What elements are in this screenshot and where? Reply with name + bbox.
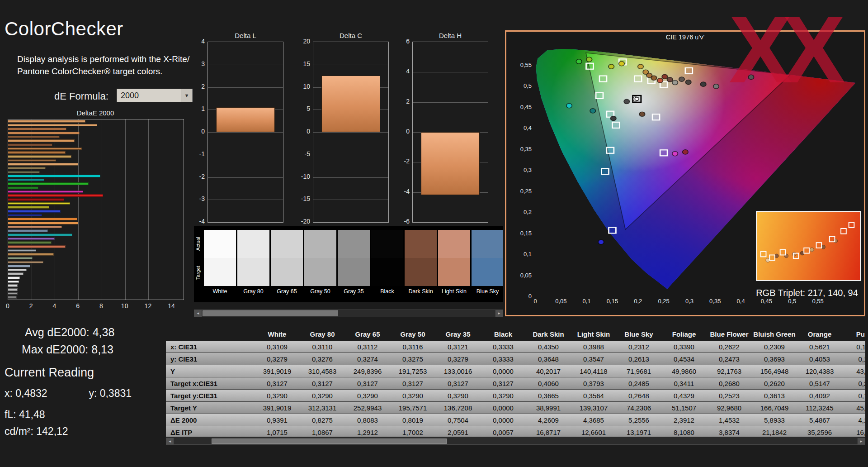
swatch-actual-color [237,230,269,258]
deltae-bar [8,148,82,150]
column-header: Orange [797,327,842,341]
cie-x-axis: 00,050,10,150,20,250,30,350,40,450,50,55 [535,298,859,306]
table-cell: 1,0715 [255,426,300,437]
table-cell: 38,9991 [526,402,571,414]
table-cell: 139,3107 [571,402,616,414]
table-cell: 0,3110 [300,341,345,353]
table-cell: 0,3613 [752,390,797,401]
deltae-bar [8,167,46,170]
cie-y-label: 0,55 [520,61,532,68]
cie-y-axis: 00,050,10,150,20,250,30,350,40,450,50,55 [513,43,533,296]
table-cell: 35,2596 [797,426,842,437]
inset-measured-marker [810,248,814,252]
delta-y-label: 0 [189,128,205,135]
table-cell: 312,3131 [300,402,345,414]
swatch-scrollbar[interactable]: ◄ ► [194,310,503,317]
delta-gridline [313,132,388,133]
delta-y-label: 15 [295,60,310,67]
delta-l-title: Delta L [208,32,283,42]
table-cell: 112,3245 [797,402,842,414]
swatch-target-color [271,258,303,286]
swatch-label: Light Skin [438,286,470,298]
deltae-bar [8,249,36,252]
scroll-left-icon[interactable]: ◄ [194,310,202,317]
cie-measured-marker [576,59,582,64]
table-cell: 3,8374 [707,426,752,437]
table-cell: 0,9391 [255,414,300,426]
deltae-x-label: 12 [145,302,152,310]
delta-bar [216,107,275,132]
deltae-bar [8,261,43,264]
current-xy: x: 0,4832 y: 0,3831 [5,387,132,400]
cie-measured-marker [667,77,673,82]
cie-y-label: 0,15 [520,229,532,236]
delta-gridline [313,177,388,178]
table-cell: 0,0057 [481,426,526,437]
delta-y-label: 5 [295,105,310,112]
description-line1: Display analysis is performed with the X… [17,54,189,64]
column-header: Bluish Green [752,327,797,341]
delta-c-plot [313,42,389,223]
table-cell: 0,5147 [797,377,842,389]
cie-measured-marker [672,80,678,85]
swatch-actual-color [338,230,370,258]
delta-bar [421,132,480,195]
delta-gridline [208,155,283,155]
row-label: x: CIE31 [166,341,255,353]
scroll-right-icon[interactable]: ► [495,310,503,317]
deltae-x-label: 6 [76,302,80,310]
target-row-label: Target [195,259,203,287]
table-cell: 16,8717 [526,426,571,437]
actual-row-label: Actual [195,230,203,258]
swatch-target-color [304,258,336,286]
cie-measured-marker [683,150,689,154]
table-cell: 0,3127 [481,377,526,389]
swatch-target-color [405,258,437,286]
table-cell: 71,9681 [616,365,661,377]
table-cell: 4,3685 [571,414,616,426]
delta-y-label: 20 [295,38,310,45]
table-cell: 0,3127 [435,377,481,389]
cie-y-label: 0,2 [524,209,532,215]
table-row: x: CIE310,31090,31100,31120,31160,31210,… [166,341,865,353]
table-scrollbar[interactable]: ◄ ► [166,438,865,445]
deltae-gridline [78,119,79,300]
table-cell: 0,3127 [390,377,435,389]
column-header: Foliage [661,327,707,341]
deltae-bar [8,272,24,275]
table-cell: 5,8933 [752,414,797,426]
cie-x-label: 0,4 [737,298,745,305]
deltae-x-label: 0 [6,302,9,310]
table-cell: 0,3290 [390,390,435,401]
scroll-right-icon[interactable]: ► [857,438,865,444]
inset-measured-marker [834,239,838,243]
deltae-bar [8,136,60,138]
table-cell: 249,8396 [345,365,390,377]
cie-zoom-inset [756,211,861,281]
deltae-bar [8,234,72,236]
cie-measured-marker [598,240,604,244]
scrollbar-thumb[interactable] [212,438,447,444]
table-cell: 0,8083 [345,414,390,426]
table-row: Target Y391,9019312,3131252,9943195,7571… [166,402,865,414]
cie-x-label: 0,05 [555,298,566,305]
swatch-gray-50: Gray 50 [304,230,336,298]
scrollbar-thumb[interactable] [203,310,338,316]
deltae-bar [8,257,33,260]
column-header: Gray 80 [300,327,345,341]
delta-h-plot [412,42,488,223]
scroll-left-icon[interactable]: ◄ [166,438,174,444]
current-x: x: 0,4832 [5,387,86,400]
table-cell: 0,2680 [707,377,752,389]
row-label: ΔE 2000 [166,414,255,426]
table-cell: 195,7571 [390,402,435,414]
de-formula-dropdown[interactable]: 2000 ▼ [117,89,193,102]
table-cell: 0,3274 [345,353,390,365]
delta-y-label: 10 [295,83,310,90]
cie-y-label: 0,05 [520,272,532,278]
table-cell: 0,2309 [752,341,797,353]
swatch-gray-35: Gray 35 [338,230,370,298]
table-cell: 156,4948 [752,365,797,377]
deltae-bar [8,222,78,224]
table-cell: 120,4383 [797,365,842,377]
